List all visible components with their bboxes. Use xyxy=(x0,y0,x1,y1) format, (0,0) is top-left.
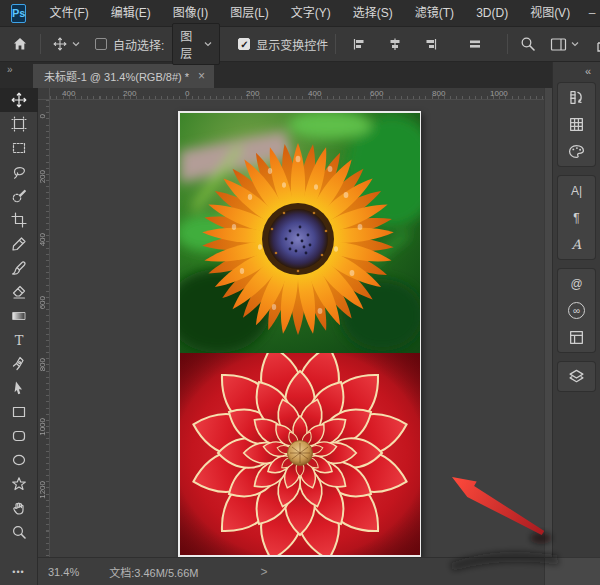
selection-brush-tool-icon xyxy=(11,188,27,204)
ruler-label: 1000 xyxy=(38,418,49,436)
glyphs-panel-button[interactable]: A xyxy=(558,231,595,258)
eraser-tool-icon xyxy=(11,284,27,300)
ruler-corner xyxy=(38,88,50,100)
character-styles-panel-button[interactable]: @ xyxy=(558,270,595,297)
tool-lasso[interactable] xyxy=(0,160,38,184)
tool-custom-shape[interactable] xyxy=(0,472,38,496)
photoshop-logo-icon[interactable]: Ps xyxy=(11,4,26,23)
tool-hand[interactable] xyxy=(0,496,38,520)
collapse-panels-icon[interactable]: « xyxy=(553,62,600,80)
document-canvas[interactable] xyxy=(178,111,421,557)
auto-select-checkbox[interactable] xyxy=(95,38,107,50)
auto-select-option[interactable]: 自动选择: xyxy=(95,36,164,53)
pen-tool-icon xyxy=(11,356,27,372)
menu-3d[interactable]: 3D(D) xyxy=(465,0,519,26)
status-options-chevron[interactable]: > xyxy=(260,565,267,579)
tool-rounded-rectangle[interactable] xyxy=(0,424,38,448)
ruler-label: 200 xyxy=(38,170,49,183)
ellipse-tool-icon xyxy=(11,452,27,468)
align-left-button[interactable] xyxy=(347,31,371,57)
ruler-label: 400 xyxy=(38,233,49,246)
tool-path-select[interactable] xyxy=(0,376,38,400)
tools-panel: T ••• xyxy=(0,88,38,585)
move-tool-preset-button[interactable] xyxy=(48,31,85,57)
history-panel-button[interactable] xyxy=(558,84,595,111)
gradient-tool-icon xyxy=(11,308,27,324)
ruler-label: 1200 xyxy=(38,481,49,499)
frame-tool-icon xyxy=(11,116,27,132)
character-panel-button[interactable]: A| xyxy=(558,177,595,204)
align-left-icon xyxy=(352,37,366,51)
glyphs-icon: A xyxy=(572,237,581,252)
tool-move[interactable] xyxy=(0,88,38,112)
dock-group-3: @ ∞ xyxy=(558,269,595,352)
tool-selection-brush[interactable] xyxy=(0,184,38,208)
document-tab[interactable]: 未标题-1 @ 31.4%(RGB/8#) * × xyxy=(33,64,214,88)
crop-tool-icon xyxy=(11,212,27,228)
properties-panel-button[interactable] xyxy=(558,324,595,351)
ruler-label: 200 xyxy=(123,89,136,98)
paragraph-panel-button[interactable]: ¶ xyxy=(558,204,595,231)
menu-type[interactable]: 文字(Y) xyxy=(280,0,342,26)
tool-pen[interactable] xyxy=(0,352,38,376)
tool-zoom[interactable] xyxy=(0,520,38,544)
color-panel-button[interactable] xyxy=(558,138,595,165)
tool-eraser[interactable] xyxy=(0,280,38,304)
menu-file[interactable]: 文件(F) xyxy=(38,0,99,26)
home-button[interactable] xyxy=(7,31,33,57)
tool-type[interactable]: T xyxy=(0,328,38,352)
chevron-down-icon xyxy=(72,41,80,47)
align-right-icon xyxy=(424,37,438,51)
search-icon xyxy=(520,36,536,52)
ruler-label: 800 xyxy=(432,89,445,98)
type-tool-icon: T xyxy=(11,332,27,348)
distribute-button[interactable] xyxy=(463,31,487,57)
menu-layer[interactable]: 图层(L) xyxy=(219,0,280,26)
menu-edit[interactable]: 编辑(E) xyxy=(100,0,162,26)
menu-bar: Ps 文件(F) 编辑(E) 图像(I) 图层(L) 文字(Y) 选择(S) 滤… xyxy=(0,0,600,27)
menu-filter[interactable]: 滤镜(T) xyxy=(404,0,465,26)
tool-crop[interactable] xyxy=(0,208,38,232)
rounded-rectangle-tool-icon xyxy=(11,428,27,444)
align-right-button[interactable] xyxy=(419,31,443,57)
tool-brush[interactable] xyxy=(0,256,38,280)
swatches-panel-button[interactable] xyxy=(558,111,595,138)
zoom-level-field[interactable]: 31.4% xyxy=(48,566,79,578)
layers-panel-button[interactable] xyxy=(558,363,595,390)
status-bar-corner xyxy=(544,557,600,585)
ruler-label: 200 xyxy=(246,89,259,98)
orange-daisy-photo xyxy=(180,113,420,353)
tool-rectangle[interactable] xyxy=(0,400,38,424)
expand-panels-icon[interactable]: » xyxy=(7,64,12,75)
paragraph-icon: ¶ xyxy=(573,211,579,225)
properties-icon xyxy=(568,329,585,346)
menu-select[interactable]: 选择(S) xyxy=(342,0,404,26)
horizontal-ruler: 400 200 0 200 400 600 800 1000 1 xyxy=(38,88,544,100)
minimize-button[interactable]: – xyxy=(581,0,600,26)
search-button[interactable] xyxy=(515,31,541,57)
chevron-down-icon xyxy=(571,41,579,47)
libraries-panel-button[interactable]: ∞ xyxy=(558,297,595,324)
chevron-down-icon xyxy=(204,41,212,47)
tool-eyedropper[interactable] xyxy=(0,232,38,256)
ruler-label: 1000 xyxy=(490,89,508,98)
tool-ellipse[interactable] xyxy=(0,448,38,472)
ruler-label: 0 xyxy=(185,89,189,98)
auto-select-target-dropdown[interactable]: 图层 xyxy=(172,23,220,65)
edit-toolbar-more-icon[interactable]: ••• xyxy=(12,567,24,577)
tool-frame[interactable] xyxy=(0,112,38,136)
show-transform-option[interactable]: ✓ 显示变换控件 xyxy=(238,36,328,53)
ruler-label: 400 xyxy=(308,89,321,98)
tool-gradient[interactable] xyxy=(0,304,38,328)
ruler-label: 400 xyxy=(62,89,75,98)
menu-view[interactable]: 视图(V) xyxy=(519,0,581,26)
share-button[interactable] xyxy=(590,31,600,57)
status-bar: 31.4% 文档:3.46M/5.66M > xyxy=(38,557,552,585)
show-transform-checkbox[interactable]: ✓ xyxy=(238,38,250,50)
tab-close-icon[interactable]: × xyxy=(198,69,205,83)
workspace-switcher-button[interactable] xyxy=(545,31,584,57)
align-center-button[interactable] xyxy=(383,31,407,57)
document-size-info: 文档:3.46M/5.66M xyxy=(109,564,198,580)
align-center-icon xyxy=(388,37,402,51)
tool-marquee[interactable] xyxy=(0,136,38,160)
